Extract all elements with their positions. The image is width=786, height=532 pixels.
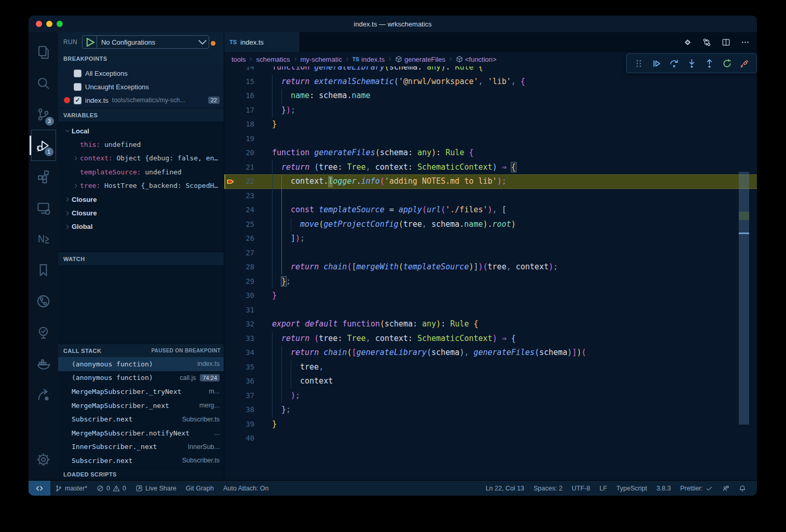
code-line[interactable]: 20function generateFiles(schema: any): R… xyxy=(224,146,757,160)
step-over-button[interactable] xyxy=(667,57,681,70)
open-changes-icon[interactable] xyxy=(683,38,692,47)
call-stack-frame[interactable]: InnerSubscriber._nextInnerSub... xyxy=(58,440,224,454)
activity-bar-item-bookmarks[interactable] xyxy=(31,254,56,285)
code-line[interactable]: 24const templateSource = apply(url('./fi… xyxy=(224,203,757,217)
ellipsis-icon[interactable] xyxy=(741,38,750,47)
activity-bar-item-deploy[interactable] xyxy=(31,379,56,410)
gutter[interactable]: 23 xyxy=(224,189,272,203)
gutter[interactable]: 26 xyxy=(224,231,272,246)
breadcrumb-item[interactable]: generateFiles xyxy=(395,56,445,63)
call-stack-frame[interactable]: Subscriber.nextSubscriber.ts xyxy=(58,454,224,468)
activity-bar-item-docker[interactable] xyxy=(31,348,56,379)
code-area[interactable]: 14function generateLibrary(schema: any):… xyxy=(224,66,757,480)
statusbar-eol[interactable]: LF xyxy=(595,481,612,496)
gutter[interactable]: 18 xyxy=(224,117,272,132)
gutter[interactable]: 32 xyxy=(224,317,272,332)
activity-bar-item-run-debug[interactable]: 1 xyxy=(31,130,56,161)
start-debug-icon[interactable] xyxy=(83,36,97,48)
split-editor-icon[interactable] xyxy=(722,38,730,47)
statusbar-ts-version[interactable]: 3.8.3 xyxy=(652,481,675,496)
code-line[interactable]: 40 xyxy=(224,431,757,446)
scrollbar-thumb[interactable] xyxy=(739,172,749,425)
maximize-window-button[interactable] xyxy=(57,21,63,27)
breakpoint-row[interactable]: All Exceptions xyxy=(58,66,224,80)
gutter[interactable]: 31 xyxy=(224,303,272,318)
breakpoint-checkbox[interactable]: ✓ xyxy=(74,97,82,104)
gutter[interactable]: 25 xyxy=(224,217,272,232)
call-stack-frame[interactable]: MergeMapSubscriber._nextmerg... xyxy=(58,399,224,413)
variable-row[interactable]: tree: HostTree {_backend: ScopedH… xyxy=(58,179,224,193)
breadcrumb-item[interactable]: tools xyxy=(232,56,246,63)
statusbar-language-mode[interactable]: TypeScript xyxy=(612,481,652,496)
code-line[interactable]: 28return chain([mergeWith(templateSource… xyxy=(224,260,757,275)
gutter[interactable]: 34 xyxy=(224,346,272,360)
code-line[interactable]: 16name: schema.name xyxy=(224,89,757,103)
activity-bar-item-explorer[interactable] xyxy=(31,36,56,67)
statusbar-prettier[interactable]: Prettier: xyxy=(675,481,717,496)
statusbar-live-share[interactable]: Live Share xyxy=(131,481,181,496)
gutter[interactable]: 15 xyxy=(224,75,272,89)
gutter[interactable]: 30 xyxy=(224,289,272,303)
gutter[interactable]: 28 xyxy=(224,260,272,275)
breakpoint-row[interactable]: ✓index.tstools/schematics/my-sch...22 xyxy=(58,93,224,107)
code-line[interactable]: 18} xyxy=(224,117,757,132)
breadcrumb-item[interactable]: <function> xyxy=(456,56,497,63)
launch-config-dropdown[interactable]: No Configurations xyxy=(82,35,209,49)
git-compare-icon[interactable] xyxy=(702,38,711,47)
gutter[interactable]: 22 xyxy=(224,174,272,189)
watch-section-header[interactable]: WATCH xyxy=(58,252,224,265)
minimize-window-button[interactable] xyxy=(46,21,52,27)
code-line-current[interactable]: 22context.logger.info('adding NOTES.md t… xyxy=(224,174,757,189)
statusbar-problems[interactable]: 00 xyxy=(92,481,131,496)
code-line[interactable]: 33return (tree: Tree, context: Schematic… xyxy=(224,332,757,346)
gutter[interactable]: 14 xyxy=(224,66,272,75)
variables-scope-row[interactable]: Closure xyxy=(58,206,224,220)
code-line[interactable]: 29}; xyxy=(224,275,757,289)
statusbar-git-graph[interactable]: Git Graph xyxy=(181,481,219,496)
step-out-button[interactable] xyxy=(702,57,716,70)
code-line[interactable]: 36context xyxy=(224,374,757,389)
code-line[interactable]: 37); xyxy=(224,389,757,403)
breakpoint-checkbox[interactable] xyxy=(74,70,82,77)
variables-section-header[interactable]: VARIABLES xyxy=(58,108,224,121)
tab-index-ts[interactable]: TS index.ts xyxy=(224,32,300,52)
statusbar-notifications[interactable] xyxy=(734,481,751,496)
gutter[interactable]: 17 xyxy=(224,103,272,118)
code-line[interactable]: 39} xyxy=(224,417,757,432)
breakpoint-row[interactable]: Uncaught Exceptions xyxy=(58,80,224,93)
call-stack-frame[interactable]: MergeMapSubscriber.notifyNext... xyxy=(58,426,224,440)
statusbar-git-branch[interactable]: master* xyxy=(50,481,92,496)
code-line[interactable]: 38}; xyxy=(224,403,757,417)
code-line[interactable]: 19 xyxy=(224,132,757,146)
variable-row[interactable]: context: Object {debug: false, en… xyxy=(58,152,224,165)
gutter[interactable]: 24 xyxy=(224,203,272,217)
gutter[interactable]: 21 xyxy=(224,160,272,175)
gutter[interactable]: 40 xyxy=(224,431,272,446)
call-stack-frame[interactable]: (anonymous function)call.js74:24 xyxy=(58,371,224,385)
gutter[interactable]: 38 xyxy=(224,403,272,417)
gutter[interactable]: 19 xyxy=(224,132,272,146)
code-line[interactable]: 25move(getProjectConfig(tree, schema.nam… xyxy=(224,217,757,232)
continue-button[interactable] xyxy=(649,57,663,70)
loaded-scripts-section-header[interactable]: LOADED SCRIPTS xyxy=(58,468,224,480)
activity-bar-item-nx-console[interactable]: N xyxy=(31,223,56,254)
code-line[interactable]: 17}); xyxy=(224,103,757,118)
code-line[interactable]: 26]); xyxy=(224,231,757,246)
gutter[interactable]: 37 xyxy=(224,389,272,403)
gutter[interactable]: 16 xyxy=(224,89,272,103)
gutter[interactable]: 33 xyxy=(224,332,272,346)
current-statement-breakpoint-icon[interactable] xyxy=(224,174,238,189)
statusbar-indentation[interactable]: Spaces: 2 xyxy=(529,481,567,496)
breakpoint-checkbox[interactable] xyxy=(74,83,82,91)
gutter[interactable]: 36 xyxy=(224,374,272,389)
variables-scope-row[interactable]: Closure xyxy=(58,193,224,206)
call-stack-frame[interactable]: MergeMapSubscriber._tryNextm... xyxy=(58,385,224,399)
variable-row[interactable]: templateSource: undefined xyxy=(58,165,224,179)
code-line[interactable]: 30} xyxy=(224,289,757,303)
call-stack-section-header[interactable]: CALL STACK PAUSED ON BREAKPOINT xyxy=(58,344,224,357)
code-line[interactable]: 27 xyxy=(224,246,757,261)
statusbar-feedback[interactable] xyxy=(717,481,734,496)
statusbar-cursor-position[interactable]: Ln 22, Col 13 xyxy=(481,481,528,496)
activity-bar-item-remote-explorer[interactable] xyxy=(31,192,56,223)
activity-bar-item-settings-gear[interactable] xyxy=(31,444,56,475)
